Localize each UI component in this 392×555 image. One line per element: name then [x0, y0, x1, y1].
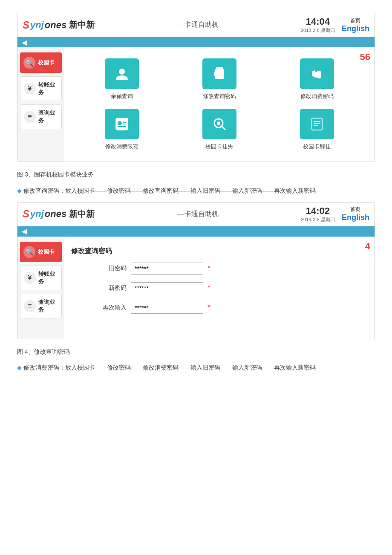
kiosk2-corner[interactable]: 首页 English: [342, 206, 369, 222]
kiosk1-back-icon[interactable]: ◀: [22, 38, 27, 46]
service-modify-query-pwd-label: 修改查询密码: [203, 92, 236, 100]
sidebar2-item-inquiry[interactable]: ≡ 查询业务: [20, 294, 62, 318]
kiosk1-body: 🔍 校园卡 ¥ 转账业务 ≡ 查询业务 56: [17, 47, 375, 162]
form-row-old-pwd: 旧密码 *: [97, 263, 355, 275]
instruction-2-text: 修改消费密码：放入校园卡——修改密码——修改消费密码——输入旧密码——输入新密码…: [23, 364, 316, 371]
old-pwd-label: 旧密码: [97, 265, 127, 272]
confirm-pwd-input[interactable]: [131, 302, 203, 314]
svg-line-14: [222, 126, 225, 130]
sidebar2-label-transfer: 转账业务: [38, 270, 58, 286]
logo2-brand: 新中新: [69, 208, 95, 220]
sidebar-label-inquiry: 查询业务: [38, 109, 58, 124]
service-balance[interactable]: 余额查询: [80, 58, 164, 100]
sidebar-label-transfer: 转账业务: [38, 81, 58, 96]
kiosk-frame-1: S ynj ones 新中新 卡通自助机 14:04 2018-2-8,星期四 …: [17, 13, 375, 162]
lost-card-icon-box: [202, 109, 236, 139]
instruction-2: ◆修改消费密码：放入校园卡——修改密码——修改消费密码——输入旧密码——输入新密…: [17, 363, 375, 373]
kiosk1-date: 2018-2-8,星期四: [301, 27, 335, 34]
kiosk1-english-button[interactable]: English: [342, 24, 369, 33]
form-title: 修改查询密码: [71, 243, 368, 257]
logo-s: S: [23, 19, 29, 31]
kiosk2-body: 🔍 校园卡 ¥ 转账业务 ≡ 查询业务 4 修改查询密码 旧密码 *: [17, 237, 375, 339]
logo2-s: S: [23, 208, 29, 220]
kiosk2-back-icon[interactable]: ◀: [22, 227, 27, 235]
logo-brand: 新中新: [69, 19, 95, 31]
sidebar-item-campus-card[interactable]: 🔍 校园卡: [20, 52, 62, 73]
kiosk1-main: 56 余额查询: [64, 47, 375, 162]
campus-card-icon: 🔍: [23, 57, 35, 69]
kiosk1-logo: S ynj ones 新中新: [23, 19, 95, 31]
kiosk-frame-2: S ynj ones 新中新 卡通自助机 14:02 2018-2-8,星期四 …: [17, 202, 375, 339]
svg-rect-6: [315, 72, 317, 78]
svg-point-9: [118, 121, 122, 125]
kiosk2-english-button[interactable]: English: [342, 213, 369, 222]
sidebar-label-campus-card: 校园卡: [38, 59, 55, 66]
form-area: 旧密码 * 新密码 * 再次输入 *: [71, 257, 368, 328]
kiosk2-nav: ◀: [17, 226, 375, 237]
inquiry2-icon: ≡: [24, 300, 36, 312]
service-balance-label: 余额查询: [111, 92, 133, 100]
service-modify-consume-pwd[interactable]: 修改消费密码: [274, 58, 359, 100]
logo-ones: ones: [45, 20, 66, 31]
service-lost-card[interactable]: 校园卡挂失: [177, 109, 262, 150]
old-pwd-required: *: [208, 264, 210, 273]
old-pwd-input[interactable]: [131, 263, 203, 275]
sidebar2-item-campus-card[interactable]: 🔍 校园卡: [20, 242, 62, 262]
unfreeze-card-icon-box: [300, 109, 334, 139]
form-row-new-pwd: 新密码 *: [97, 282, 355, 294]
svg-point-0: [119, 69, 125, 75]
sidebar2-item-transfer[interactable]: ¥ 转账业务: [20, 266, 62, 290]
form-row-confirm-pwd: 再次输入 *: [97, 302, 355, 314]
caption-2: 图 4、修改查询密码: [17, 347, 375, 357]
service-unfreeze-card[interactable]: 校园卡解挂: [274, 109, 359, 150]
svg-rect-10: [123, 122, 126, 123]
kiosk1-time-block: 14:04 2018-2-8,星期四: [301, 16, 335, 34]
svg-rect-12: [118, 126, 126, 127]
kiosk1-time: 14:04: [301, 16, 335, 27]
logo2-ynj: ynj: [30, 208, 44, 220]
logo2-ones: ones: [45, 208, 66, 220]
transfer-icon: ¥: [24, 83, 36, 95]
sidebar-item-inquiry[interactable]: ≡ 查询业务: [20, 104, 62, 129]
kiosk2-counter: 4: [365, 241, 370, 252]
kiosk2-header: S ynj ones 新中新 卡通自助机 14:02 2018-2-8,星期四 …: [17, 202, 375, 226]
kiosk1-home-label: 首页: [350, 17, 360, 24]
svg-marker-3: [214, 70, 218, 78]
service-modify-limit-label: 修改消费限额: [105, 143, 138, 150]
kiosk1-header: S ynj ones 新中新 卡通自助机 14:04 2018-2-8,星期四 …: [17, 13, 375, 37]
svg-rect-4: [218, 72, 219, 78]
service-grid-1: 余额查询: [71, 54, 368, 155]
kiosk2-time: 14:02: [301, 205, 335, 217]
kiosk2-logo: S ynj ones 新中新: [23, 208, 95, 220]
modify-limit-icon-box: [105, 109, 139, 139]
kiosk1-counter: 56: [360, 52, 370, 63]
confirm-pwd-label: 再次输入: [97, 304, 127, 312]
caption-1-text: 、圈存机校园卡模块业务: [28, 171, 94, 178]
transfer2-icon: ¥: [24, 272, 36, 284]
sidebar2-label-campus-card: 校园卡: [38, 248, 55, 256]
service-modify-query-pwd[interactable]: 修改查询密码: [177, 58, 262, 100]
sidebar-item-transfer[interactable]: ¥ 转账业务: [20, 76, 62, 101]
balance-icon-box: [105, 58, 139, 89]
kiosk2-sidebar: 🔍 校园卡 ¥ 转账业务 ≡ 查询业务: [17, 237, 64, 339]
kiosk1-sidebar: 🔍 校园卡 ¥ 转账业务 ≡ 查询业务: [17, 47, 64, 162]
confirm-pwd-required: *: [208, 303, 210, 312]
kiosk1-corner[interactable]: 首页 English: [342, 17, 369, 33]
campus-card2-icon: 🔍: [23, 246, 35, 258]
kiosk2-date: 2018-2-8,星期四: [301, 217, 335, 223]
sidebar2-label-inquiry: 查询业务: [38, 298, 58, 314]
svg-rect-11: [123, 124, 125, 124]
new-pwd-label: 新密码: [97, 284, 127, 292]
modify-query-pwd-icon-box: [202, 58, 236, 89]
new-pwd-required: *: [208, 283, 210, 292]
service-modify-consume-pwd-label: 修改消费密码: [300, 92, 334, 100]
logo-ynj: ynj: [30, 20, 44, 31]
caption-1-number: 图 3: [17, 171, 28, 178]
caption-2-number: 图 4: [17, 348, 28, 355]
instruction-1: ◆修改查询密码：放入校园卡——修改密码——修改查询密码——输入旧密码——输入新密…: [17, 186, 375, 196]
new-pwd-input[interactable]: [131, 282, 203, 294]
caption-1: 图 3、圈存机校园卡模块业务: [17, 170, 375, 180]
instruction-2-diamond: ◆: [17, 364, 22, 371]
service-modify-limit[interactable]: 修改消费限额: [80, 109, 164, 150]
service-lost-card-label: 校园卡挂失: [205, 143, 233, 150]
